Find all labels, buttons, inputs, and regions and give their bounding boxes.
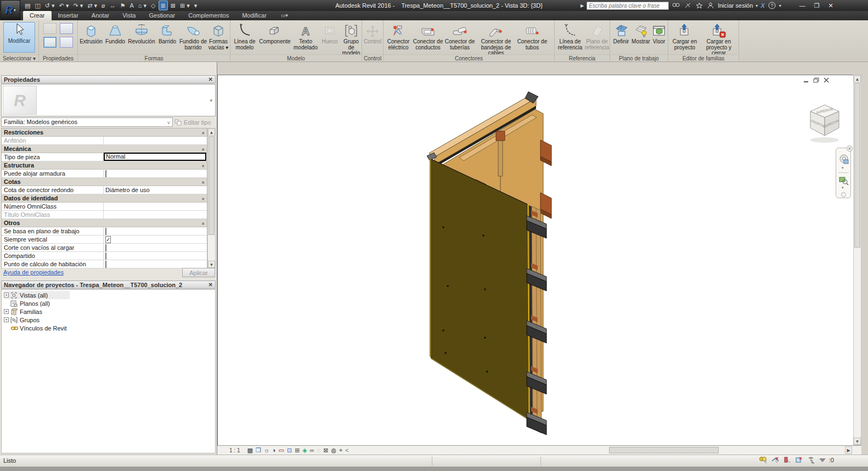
measure-icon[interactable]: ⌀ [100, 1, 107, 10]
panel-label-propiedades[interactable]: Propiedades [39, 54, 77, 61]
tab-modificar[interactable]: Modificar [235, 11, 273, 20]
help-icon[interactable]: ? [768, 2, 776, 9]
properties-palette-header[interactable]: Propiedades ✕ [1, 75, 216, 83]
switch-windows-icon[interactable]: ⊞ ▾ [178, 1, 191, 10]
sync-icon[interactable]: ↺ ▾ [43, 1, 57, 10]
cargar-en-proyecto-y-cerrar-button[interactable]: Cargar en proyecto y cerrar [700, 21, 737, 57]
expand-icon[interactable]: + [4, 317, 9, 322]
visual-style-icon[interactable]: ❒ [256, 447, 261, 454]
drawing-area[interactable]: SUPERIOR FRONTAL DERECHA ✕ ▾ ▾ [217, 75, 853, 445]
zoom-caret-icon[interactable]: ▾ [842, 186, 844, 190]
exchange-apps-icon[interactable]: X [760, 2, 764, 9]
checkbox-checked[interactable]: ✓ [105, 236, 111, 243]
view-restore-icon[interactable] [813, 77, 819, 83]
conector-de-tubos-button[interactable]: Conector de tubos [516, 21, 548, 51]
favorites-star-icon[interactable] [695, 2, 703, 9]
checkbox[interactable] [105, 170, 106, 177]
exclude-options-icon[interactable] [795, 456, 804, 464]
help-caret-icon[interactable]: ▾ [779, 3, 781, 8]
sun-path-icon[interactable]: ☼ [264, 447, 269, 453]
vertical-scrollbar[interactable]: ▲ ▼ [853, 75, 861, 445]
render-region-icon[interactable]: ⊡ [287, 447, 292, 454]
navigation-bar[interactable]: ✕ ▾ ▾ [836, 148, 851, 198]
scrollbar-thumb[interactable] [854, 83, 860, 248]
property-row[interactable]: Número OmniClass [2, 203, 207, 211]
conector-electrico-button[interactable]: Conector eléctrico [385, 21, 412, 51]
tab-anotar[interactable]: Anotar [85, 11, 116, 20]
type-selector-caret-icon[interactable]: ▾ [210, 98, 212, 103]
conector-de-bandejas-button[interactable]: Conector de bandejas de cables [476, 21, 516, 57]
thin-lines-icon[interactable]: ≣ [159, 1, 168, 10]
checkbox[interactable] [105, 261, 106, 268]
group-estructura[interactable]: Estructura» [2, 161, 207, 170]
section-icon[interactable]: ◇ [149, 1, 157, 10]
property-row[interactable]: Puede alojar armadura [2, 170, 207, 178]
family-category-icon[interactable] [60, 23, 73, 34]
panel-label-seleccionar[interactable]: Seleccionar ▾ [0, 54, 38, 61]
cargar-en-proyecto-button[interactable]: Cargar en proyecto [669, 21, 700, 51]
connector-properties-icon[interactable] [60, 37, 73, 48]
reveal-constraints-icon[interactable]: ⌖ [339, 447, 342, 454]
tree-item-vistas[interactable]: + Vistas (all) [4, 291, 70, 299]
scroll-down-icon[interactable]: ▼ [208, 261, 215, 268]
navbar-close-icon[interactable]: ✕ [847, 145, 853, 152]
application-menu-button[interactable]: R▾ [1, 0, 20, 20]
group-datos-de-identidad[interactable]: Datos de identidad» [2, 194, 207, 203]
show-crop-icon[interactable]: ◈ [302, 447, 307, 454]
search-icon[interactable] [672, 2, 680, 9]
barrido-button[interactable]: Barrido [156, 21, 179, 45]
collapse-icon[interactable]: < [345, 447, 348, 453]
sign-in-caret-icon[interactable]: ▾ [756, 3, 758, 8]
mostrar-button[interactable]: Mostrar [631, 21, 651, 45]
press-drag-icon[interactable] [807, 456, 816, 464]
close-hidden-windows-icon[interactable]: ⊠ [169, 1, 177, 10]
detail-level-icon[interactable]: ▩ [247, 447, 252, 454]
render-icon[interactable]: ▭ [279, 447, 284, 454]
shadows-icon[interactable]: ◑ [272, 447, 276, 453]
conector-de-tuberias-button[interactable]: Conector de tuberías [444, 21, 476, 51]
sign-in-button[interactable]: Iniciar sesión [718, 2, 753, 9]
navbar-caret-icon[interactable]: ▾ [842, 166, 844, 170]
reveal-hidden-icon[interactable]: ◌ [317, 447, 321, 453]
linea-de-modelo-button[interactable]: Línea de modelo [232, 21, 258, 51]
checkbox[interactable] [105, 228, 106, 235]
filter-icon[interactable] [819, 458, 826, 462]
communication-center-icon[interactable] [683, 2, 692, 9]
ribbon-display-toggle-icon[interactable]: ▭▾ [281, 11, 288, 20]
tree-item-planos[interactable]: Planos (all) [4, 299, 215, 307]
formas-vacias-button[interactable]: Formas vacías ▾ [207, 21, 229, 51]
worksets-icon[interactable] [759, 456, 768, 464]
text-icon[interactable]: A [128, 1, 136, 10]
selected-value-cell[interactable]: Normal [104, 153, 206, 161]
scroll-up-icon[interactable]: ▲ [208, 128, 215, 136]
view-cube[interactable]: SUPERIOR FRONTAL DERECHA [804, 99, 848, 149]
property-row[interactable]: Punto de cálculo de habitación [2, 260, 207, 268]
search-input[interactable] [587, 2, 669, 10]
zoom-tool-icon[interactable] [839, 176, 849, 186]
project-browser-close-icon[interactable]: ✕ [208, 281, 213, 289]
fundido-button[interactable]: Fundido [103, 21, 127, 45]
tab-vista[interactable]: Vista [116, 11, 142, 20]
definir-button[interactable]: Definir [611, 21, 631, 45]
property-row[interactable]: Tipo de piezaNormal [2, 153, 207, 161]
temporary-hide-isolate-icon[interactable]: ∞ [310, 447, 314, 453]
aligned-dimension-icon[interactable]: ↔ [108, 1, 117, 10]
hide-analytical-icon[interactable]: ◍ [331, 447, 336, 454]
tag-icon[interactable]: ⚑ [119, 1, 127, 10]
type-selector[interactable]: R ▾ [1, 84, 216, 116]
design-options-icon[interactable] [771, 456, 780, 464]
horizontal-scrollbar[interactable]: ▶ [377, 446, 853, 455]
group-cotas[interactable]: Cotas» [2, 178, 207, 186]
tree-item-familias[interactable]: + Familias [4, 307, 215, 316]
tab-complementos[interactable]: Complementos [182, 11, 235, 20]
panel-label-editor-de-familias[interactable]: Editor de familias [668, 54, 739, 61]
fundido-de-barrido-button[interactable]: Fundido de barrido [179, 21, 207, 51]
property-row[interactable]: Compartido [2, 252, 207, 260]
modify-button[interactable]: Modificar [3, 22, 35, 53]
expand-icon[interactable]: + [4, 293, 9, 298]
navbar-customize-icon[interactable] [841, 192, 846, 197]
undo-icon[interactable]: ↶ ▾ [58, 1, 71, 10]
restore-button[interactable]: ❐ [814, 2, 820, 9]
steering-wheel-icon[interactable] [838, 154, 849, 165]
group-mecanica[interactable]: Mecánica» [2, 145, 207, 153]
